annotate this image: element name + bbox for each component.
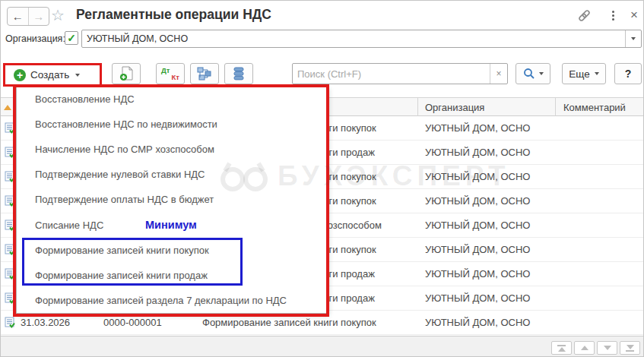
cell-date: 31.03.2026: [21, 317, 70, 328]
cell-number: 0000-000001: [103, 317, 162, 328]
clear-search-icon[interactable]: ×: [490, 64, 507, 84]
search-box: ×: [292, 63, 508, 84]
document-posted-icon: [5, 195, 15, 210]
menu-item-sales-book-entries[interactable]: Формирование записей книги продаж: [17, 263, 327, 288]
page-title: Регламентные операции НДС: [76, 7, 271, 23]
document-posted-icon: [5, 171, 15, 185]
column-header-organization[interactable]: Организация: [425, 102, 484, 113]
document-posted-icon: [5, 147, 15, 161]
menu-item-vat-accrual-smr[interactable]: Начисление НДС по СМР хозспособом: [17, 137, 327, 162]
cell-organization: УЮТНЫЙ ДОМ, ОСНО: [425, 195, 530, 207]
menu-item-vat-restore-realestate[interactable]: Восстановление НДС по недвижимости: [17, 112, 327, 137]
show-postings-button[interactable]: Дт Кт: [156, 63, 185, 84]
document-posted-icon: [5, 292, 15, 307]
go-previous-row-button[interactable]: [574, 341, 595, 355]
more-actions-label: Еще: [569, 68, 589, 80]
organization-label: Организация:: [5, 33, 65, 44]
register-records-button[interactable]: [224, 63, 253, 84]
go-first-row-button[interactable]: [551, 341, 572, 355]
menu-item-purchase-book-entries[interactable]: Формирование записей книги покупок: [17, 238, 327, 263]
structure-icon: [196, 66, 213, 81]
more-actions-button[interactable]: Еще: [562, 63, 606, 84]
list-footer: [1, 336, 644, 357]
cell-organization: УЮТНЫЙ ДОМ, ОСНО: [425, 268, 530, 280]
column-separator: [417, 98, 418, 117]
chevron-down-icon: [75, 74, 80, 77]
cell-organization: УЮТНЫЙ ДОМ, ОСНО: [425, 292, 530, 304]
favorite-star-icon[interactable]: ☆: [51, 6, 65, 24]
search-icon: [523, 68, 535, 80]
minimum-annotation: Минимум: [145, 219, 197, 231]
cell-organization: УЮТНЫЙ ДОМ, ОСНО: [425, 147, 530, 158]
list-icon: [233, 66, 245, 81]
organization-filter-checkbox[interactable]: ✓: [65, 31, 78, 45]
more-menu-icon[interactable]: [604, 7, 621, 24]
create-dropdown-menu: Восстановление НДС Восстановление НДС по…: [16, 86, 328, 314]
sort-indicator-icon: [4, 105, 11, 110]
related-documents-button[interactable]: [190, 63, 219, 84]
column-header-comment[interactable]: Комментарий: [563, 102, 626, 113]
help-button[interactable]: ?: [614, 63, 642, 84]
create-by-copy-button[interactable]: [112, 63, 141, 84]
organization-combo[interactable]: УЮТНЫЙ ДОМ, ОСНО: [81, 30, 642, 48]
chevron-down-icon: [631, 37, 636, 40]
document-posted-icon: [5, 244, 15, 258]
create-button-label: Создать: [30, 69, 69, 81]
history-nav: ← →: [7, 7, 49, 26]
dtkt-icon: Дт Кт: [161, 66, 179, 81]
search-input[interactable]: [293, 64, 490, 84]
back-arrow-icon[interactable]: ←: [8, 8, 29, 25]
document-posted-icon: [5, 122, 15, 137]
cell-organization: УЮТНЫЙ ДОМ, ОСНО: [425, 317, 530, 328]
column-separator: [555, 98, 556, 117]
cell-organization: УЮТНЫЙ ДОМ, ОСНО: [425, 122, 530, 134]
vat-operations-window: ← → ☆ Регламентные операции НДС × Органи…: [0, 0, 644, 357]
chevron-down-icon: [595, 72, 599, 75]
cell-operation: Формирование записей книги покупок: [202, 317, 376, 328]
combo-dropdown-button[interactable]: [625, 30, 641, 47]
cell-organization: УЮТНЫЙ ДОМ, ОСНО: [425, 171, 530, 182]
cell-organization: УЮТНЫЙ ДОМ, ОСНО: [425, 220, 530, 231]
go-last-row-button[interactable]: [620, 341, 640, 355]
menu-item-zero-rate-confirm[interactable]: Подтверждение нулевой ставки НДС: [17, 162, 327, 187]
menu-item-vat-payment-confirm[interactable]: Подтверждение оплаты НДС в бюджет: [17, 187, 327, 212]
get-link-icon[interactable]: [576, 7, 592, 24]
document-posted-icon: [5, 220, 15, 234]
close-icon[interactable]: ×: [626, 7, 642, 24]
menu-item-section7-entries[interactable]: Формирование записей раздела 7 деклараци…: [17, 288, 327, 313]
advanced-search-button[interactable]: [516, 63, 550, 84]
cell-organization: УЮТНЫЙ ДОМ, ОСНО: [425, 244, 530, 255]
plus-circle-icon: +: [14, 69, 26, 81]
organization-value: УЮТНЫЙ ДОМ, ОСНО: [82, 30, 625, 47]
menu-item-vat-restore[interactable]: Восстановление НДС: [17, 87, 327, 112]
copy-document-icon: [119, 65, 134, 82]
document-posted-icon: [5, 268, 15, 283]
go-next-row-button[interactable]: [597, 341, 617, 355]
forward-arrow-icon[interactable]: →: [29, 8, 49, 25]
chevron-down-icon: [539, 72, 544, 75]
table-row[interactable]: 31.03.2026 0000-000001 Формирование запи…: [1, 311, 644, 335]
document-posted-icon: [5, 317, 15, 331]
create-button[interactable]: + Создать: [3, 63, 102, 87]
